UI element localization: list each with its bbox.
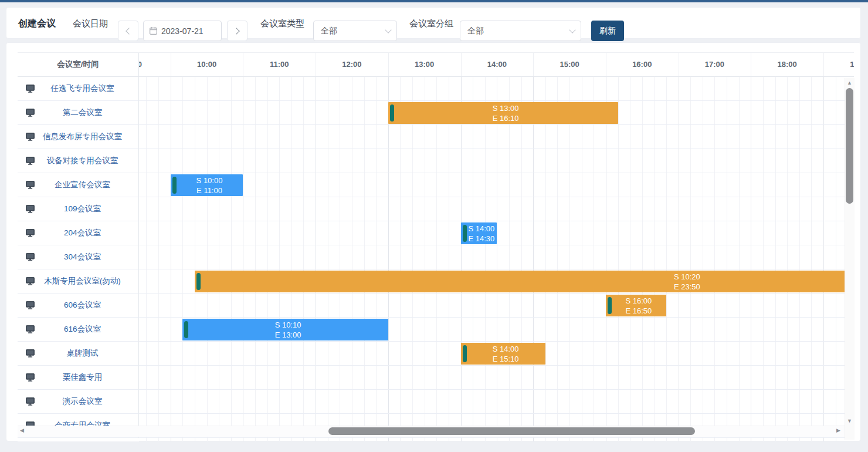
schedule-row-10[interactable]: S 10:10E 13:00 [139, 318, 845, 342]
monitor-icon [26, 85, 35, 93]
room-name: 第二会议室 [35, 107, 138, 118]
monitor-icon [26, 181, 35, 189]
room-row-6[interactable]: 204会议室 [18, 221, 139, 245]
hour-label: 16:00 [632, 53, 652, 76]
room-name: 木斯专用会议室(勿动) [35, 276, 138, 286]
room-row-2[interactable]: 信息发布屏专用会议室 [18, 125, 139, 149]
room-row-9[interactable]: 606会议室 [18, 294, 139, 318]
meeting-bar[interactable]: S 16:00E 16:50 [606, 295, 666, 316]
meeting-end-time: E 13:00 [275, 330, 301, 340]
header-hour-separator [751, 53, 751, 76]
header-hour-separator [533, 53, 534, 76]
room-row-8[interactable]: 木斯专用会议室(勿动) [18, 269, 139, 294]
header-hour-separator [606, 53, 606, 76]
meeting-end-time: E 23:50 [674, 282, 700, 292]
room-row-13[interactable]: 演示会议室 [18, 390, 139, 414]
create-meeting-button[interactable]: 创建会议 [18, 8, 56, 39]
room-row-3[interactable]: 设备对接专用会议室 [18, 149, 139, 173]
room-name: 设备对接专用会议室 [35, 156, 138, 166]
room-time-header-cell: 会议室/时间 [18, 53, 139, 77]
scroll-right-icon[interactable]: ▶ [836, 428, 840, 433]
meeting-bar-marker [608, 297, 612, 314]
meeting-bar-marker [463, 225, 467, 242]
monitor-icon [26, 253, 35, 261]
room-row-11[interactable]: 桌牌测试 [18, 342, 139, 366]
date-value: 2023-07-21 [161, 26, 204, 36]
schedule-row-11[interactable]: S 14:00E 15:10 [139, 342, 845, 366]
meeting-bar-marker [463, 345, 467, 362]
room-list: 任逸飞专用会议室第二会议室信息发布屏专用会议室设备对接专用会议室企业宣传会议室1… [18, 77, 139, 441]
schedule-row-12[interactable] [139, 366, 845, 390]
meeting-start-time: S 13:00 [493, 103, 519, 113]
hour-label: 18:00 [778, 53, 797, 76]
room-name: 304会议室 [35, 252, 138, 262]
hour-label: 10:00 [197, 53, 216, 76]
schedule-row-0[interactable] [139, 77, 845, 101]
meeting-bar[interactable]: S 14:00E 15:10 [461, 343, 545, 365]
header-hour-separator [679, 53, 679, 76]
prev-date-button[interactable] [118, 21, 138, 41]
scroll-up-icon[interactable]: ▲ [847, 80, 852, 86]
schedule-row-9[interactable]: S 16:00E 16:50 [139, 294, 845, 318]
monitor-icon [26, 277, 35, 285]
room-row-7[interactable]: 304会议室 [18, 245, 139, 269]
schedule-row-1[interactable]: S 13:00E 16:10 [139, 101, 845, 125]
monitor-icon [26, 109, 35, 117]
room-name: 桌牌测试 [35, 348, 138, 359]
chevron-down-icon [385, 26, 391, 33]
meeting-end-time: E 16:10 [493, 113, 519, 123]
hour-label: 12:00 [342, 53, 361, 76]
monitor-icon [26, 397, 35, 406]
meeting-start-time: S 14:00 [493, 344, 519, 354]
room-name: 信息发布屏专用会议室 [35, 131, 138, 142]
schedule-row-4[interactable]: S 10:00E 11:00 [139, 173, 845, 197]
hour-label: 14:00 [487, 53, 507, 76]
chevron-right-icon [233, 28, 239, 34]
monitor-icon [26, 205, 35, 213]
refresh-button[interactable]: 刷新 [591, 21, 624, 41]
schedule-row-2[interactable] [139, 125, 845, 149]
chevron-down-icon [569, 26, 575, 33]
date-picker[interactable]: 2023-07-21 [143, 21, 222, 41]
hour-label: 9:00 [139, 53, 142, 76]
room-row-0[interactable]: 任逸飞专用会议室 [18, 77, 139, 101]
schedule-row-5[interactable] [139, 197, 845, 221]
room-row-5[interactable]: 109会议室 [18, 197, 139, 221]
hour-label: 13:00 [415, 53, 434, 76]
meeting-start-time: S 16:00 [626, 296, 652, 306]
meeting-bar-marker [196, 273, 201, 290]
room-name: 616会议室 [35, 324, 138, 335]
room-row-10[interactable]: 616会议室 [18, 318, 139, 342]
meeting-bar[interactable]: S 10:10E 13:00 [182, 319, 388, 340]
top-accent-bar [0, 0, 868, 2]
toolbar: 创建会议 会议日期 2023-07-21 会议室类型 全部 会议室分组 全部 [6, 7, 861, 39]
meeting-bar[interactable]: S 13:00E 16:10 [388, 102, 618, 124]
meeting-end-time: E 15:10 [493, 354, 519, 364]
header-hour-separator [316, 53, 316, 76]
meeting-bar[interactable]: S 10:20E 23:50 [195, 271, 845, 292]
monitor-icon [26, 133, 35, 141]
room-group-label: 会议室分组 [409, 8, 453, 39]
horizontal-scrollbar-thumb[interactable] [328, 427, 695, 435]
meeting-start-time: S 10:10 [275, 320, 301, 330]
schedule-row-3[interactable] [139, 149, 845, 173]
room-row-12[interactable]: 栗佳鑫专用 [18, 366, 139, 390]
schedule-row-13[interactable] [139, 390, 845, 414]
schedule-row-6[interactable]: S 14:00E 14:30 [139, 221, 845, 245]
room-name: 栗佳鑫专用 [35, 372, 138, 383]
meeting-bar[interactable]: S 14:00E 14:30 [461, 222, 497, 244]
room-row-1[interactable]: 第二会议室 [18, 101, 139, 125]
meeting-bar[interactable]: S 10:00E 11:00 [171, 174, 243, 196]
schedule-row-8[interactable]: S 10:20E 23:50 [139, 269, 845, 294]
meeting-schedule-app: 创建会议 会议日期 2023-07-21 会议室类型 全部 会议室分组 全部 [0, 0, 868, 452]
room-group-value: 全部 [467, 26, 484, 36]
schedule-row-7[interactable] [139, 245, 845, 269]
monitor-icon [26, 157, 35, 165]
next-date-button[interactable] [227, 21, 247, 41]
vertical-scrollbar-thumb[interactable] [846, 88, 853, 204]
scroll-left-icon[interactable]: ◀ [20, 428, 24, 433]
room-type-select[interactable]: 全部 [313, 21, 397, 41]
room-row-4[interactable]: 企业宣传会议室 [18, 173, 139, 197]
scroll-down-icon[interactable]: ▼ [847, 419, 852, 424]
room-group-select[interactable]: 全部 [460, 21, 581, 41]
